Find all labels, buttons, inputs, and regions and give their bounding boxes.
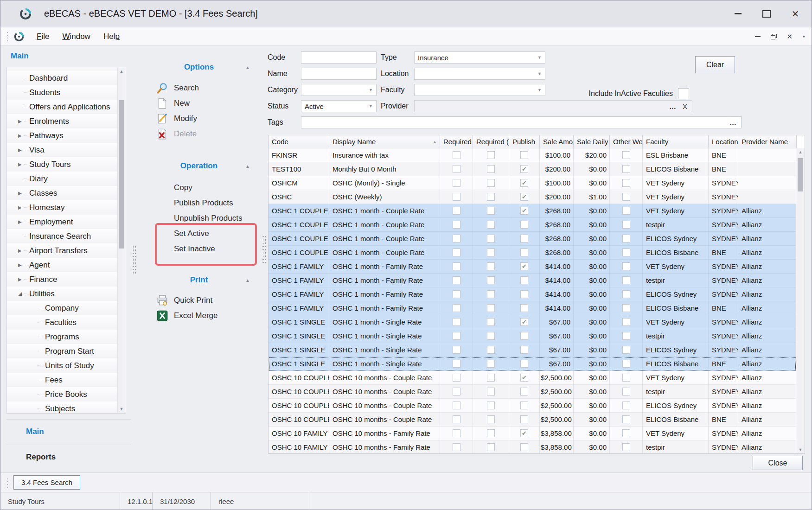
publish-checkbox[interactable]: [520, 415, 528, 423]
name-input[interactable]: [301, 68, 377, 80]
collapsed-arrow-icon[interactable]: ▶: [18, 147, 22, 153]
collapsed-arrow-icon[interactable]: ▶: [18, 133, 22, 138]
publish-checkbox[interactable]: ✔: [520, 318, 528, 326]
option-modify[interactable]: Modify: [140, 111, 258, 126]
scroll-up-icon[interactable]: ▲: [796, 148, 805, 156]
other-weekly-checkbox[interactable]: [622, 332, 630, 340]
clear-button[interactable]: Clear: [695, 56, 735, 73]
required2-checkbox[interactable]: [487, 207, 495, 215]
sidebar-item-students[interactable]: Students: [7, 85, 118, 100]
other-weekly-checkbox[interactable]: [622, 374, 630, 382]
publish-checkbox[interactable]: [520, 332, 528, 340]
collapsed-arrow-icon[interactable]: ▶: [18, 277, 22, 282]
table-row[interactable]: OSHC 10 COUPLEOSHC 10 months - Couple Ra…: [269, 385, 796, 399]
scrollbar-thumb[interactable]: [119, 100, 124, 249]
sidebar-item-diary[interactable]: Diary: [7, 172, 118, 186]
column-header-faculty[interactable]: Faculty: [643, 135, 709, 148]
sidebar-item-homestay[interactable]: ▶Homestay: [7, 200, 118, 215]
required2-checkbox[interactable]: [487, 221, 495, 229]
required-checkbox[interactable]: [453, 429, 460, 437]
required2-checkbox[interactable]: [487, 262, 495, 270]
operation-set-inactive[interactable]: Set Inactive: [140, 241, 258, 256]
required-checkbox[interactable]: [453, 276, 460, 284]
column-header-provider-name[interactable]: Provider Name: [738, 135, 797, 148]
operation-unpublish-products[interactable]: Unpublish Products: [140, 210, 258, 226]
required2-checkbox[interactable]: [487, 346, 495, 354]
column-header-publish[interactable]: Publish: [509, 135, 540, 148]
other-weekly-checkbox[interactable]: [622, 179, 630, 187]
table-row[interactable]: OSHC 1 FAMILYOSHC 1 month - Family Rate$…: [269, 274, 796, 287]
required-checkbox[interactable]: [453, 374, 460, 382]
required-checkbox[interactable]: [453, 443, 460, 451]
table-row[interactable]: OSHC 1 SINGLEOSHC 1 month - Single Rate$…: [269, 343, 796, 357]
mdi-close-icon[interactable]: ✕: [786, 32, 793, 41]
other-weekly-checkbox[interactable]: [622, 276, 630, 284]
required-checkbox[interactable]: [453, 415, 460, 423]
sidebar-item-units-of-study[interactable]: Units of Study: [7, 358, 118, 373]
operation-publish-products[interactable]: Publish Products: [140, 195, 258, 210]
provider-input[interactable]: … X: [414, 100, 692, 112]
print-quick-print[interactable]: Quick Print: [140, 293, 258, 308]
column-header-other-wee[interactable]: Other Wee: [610, 135, 643, 148]
required2-checkbox[interactable]: [487, 290, 495, 298]
publish-checkbox[interactable]: [520, 443, 528, 451]
required2-checkbox[interactable]: [487, 402, 495, 409]
sidebar-section-reports[interactable]: Reports: [6, 445, 131, 469]
required2-checkbox[interactable]: [487, 304, 495, 312]
publish-checkbox[interactable]: [520, 402, 528, 409]
required-checkbox[interactable]: [453, 165, 460, 173]
scroll-down-icon[interactable]: ▼: [118, 405, 125, 413]
column-header-required[interactable]: Required: [440, 135, 473, 148]
option-search[interactable]: Search: [140, 80, 258, 96]
column-header-sale-daily[interactable]: Sale Daily: [574, 135, 610, 148]
required2-checkbox[interactable]: [487, 429, 495, 437]
sidebar-item-agent[interactable]: ▶Agent: [7, 258, 118, 272]
operation-set-active[interactable]: Set Active: [140, 226, 258, 241]
sidebar-item-program-start[interactable]: Program Start: [7, 344, 118, 358]
required-checkbox[interactable]: [453, 290, 460, 298]
code-input[interactable]: [301, 51, 377, 64]
maximize-button[interactable]: [761, 9, 772, 19]
tags-input[interactable]: …: [301, 116, 742, 128]
sidebar-item-subjects[interactable]: Subjects: [7, 402, 118, 414]
table-row[interactable]: OSHC 1 FAMILYOSHC 1 month - Family Rate$…: [269, 287, 796, 301]
status-dropdown[interactable]: Active▼: [301, 100, 377, 112]
column-header-code[interactable]: Code: [269, 135, 329, 148]
sidebar-item-visa[interactable]: ▶Visa: [7, 143, 118, 157]
required-checkbox[interactable]: [453, 360, 460, 368]
required2-checkbox[interactable]: [487, 276, 495, 284]
other-weekly-checkbox[interactable]: [622, 207, 630, 215]
sidebar-item-fees[interactable]: Fees: [7, 373, 118, 387]
other-weekly-checkbox[interactable]: [622, 151, 630, 159]
sidebar-item-classes[interactable]: ▶Classes: [7, 186, 118, 200]
publish-checkbox[interactable]: [520, 360, 528, 368]
table-row[interactable]: OSHC 1 FAMILYOSHC 1 month - Family Rate$…: [269, 301, 796, 315]
required-checkbox[interactable]: [453, 332, 460, 340]
required-checkbox[interactable]: [453, 388, 460, 395]
provider-clear-button[interactable]: X: [683, 102, 687, 110]
expanded-arrow-icon[interactable]: ◢: [18, 291, 22, 297]
required-checkbox[interactable]: [453, 249, 460, 256]
publish-checkbox[interactable]: [520, 249, 528, 256]
menu-file[interactable]: File: [30, 29, 56, 44]
required2-checkbox[interactable]: [487, 165, 495, 173]
other-weekly-checkbox[interactable]: [622, 221, 630, 229]
scroll-down-icon[interactable]: ▼: [796, 446, 805, 453]
sidebar-item-company[interactable]: Company: [7, 301, 118, 315]
publish-checkbox[interactable]: ✔: [520, 165, 528, 173]
collapsed-arrow-icon[interactable]: ▶: [18, 219, 22, 224]
option-new[interactable]: New: [140, 96, 258, 111]
sidebar-item-insurance-search[interactable]: Insurance Search: [7, 229, 118, 243]
scrollbar-thumb[interactable]: [798, 158, 803, 191]
collapsed-arrow-icon[interactable]: ▶: [18, 248, 22, 253]
table-row[interactable]: OSHC 10 COUPLEOSHC 10 months - Couple Ra…: [269, 371, 796, 385]
type-dropdown[interactable]: Insurance▼: [414, 51, 545, 64]
collapse-arrow-icon[interactable]: ▲: [245, 164, 250, 169]
table-row[interactable]: FKINSRInsurance with tax$100.00$20.00ESL…: [269, 148, 796, 162]
category-dropdown[interactable]: ▼: [301, 84, 377, 96]
required-checkbox[interactable]: [453, 207, 460, 215]
publish-checkbox[interactable]: ✔: [520, 429, 528, 437]
sidebar-item-programs[interactable]: Programs: [7, 330, 118, 344]
option-delete[interactable]: Delete: [140, 126, 258, 141]
tags-browse-button[interactable]: …: [729, 119, 736, 127]
